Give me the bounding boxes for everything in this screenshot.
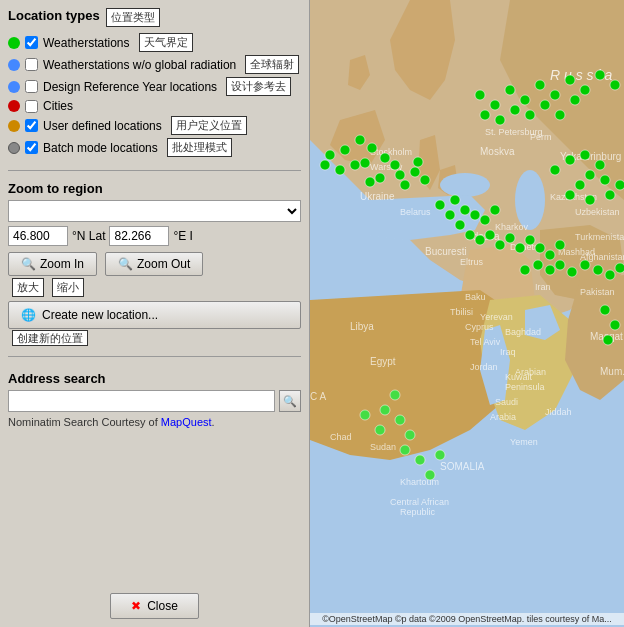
zoom-region-select[interactable] — [8, 200, 301, 222]
svg-point-97 — [555, 110, 565, 120]
create-label: Create new location... — [42, 308, 158, 322]
close-button[interactable]: ✖ Close — [110, 593, 199, 619]
checkbox-weatherstations[interactable] — [25, 36, 38, 49]
zoom-button-row: 🔍 Zoom In 🔍 Zoom Out — [8, 252, 301, 276]
svg-point-139 — [395, 415, 405, 425]
svg-point-83 — [490, 100, 500, 110]
label-weatherstations-no-rad: Weatherstations w/o global radiation — [43, 58, 236, 72]
dot-weatherstations-no-rad — [8, 59, 20, 71]
create-location-button[interactable]: 🌐 Create new location... — [8, 301, 301, 329]
svg-point-69 — [395, 170, 405, 180]
zoom-in-button[interactable]: 🔍 Zoom In — [8, 252, 97, 276]
svg-point-86 — [535, 80, 545, 90]
lon-input[interactable] — [109, 226, 169, 246]
svg-text:Baghdad: Baghdad — [505, 327, 541, 337]
svg-point-136 — [615, 263, 624, 273]
svg-text:Arabia: Arabia — [490, 412, 516, 422]
svg-point-13 — [515, 170, 545, 230]
svg-point-101 — [580, 150, 590, 160]
label-batch-mode: Batch mode locations — [43, 141, 158, 155]
lon-label: °E I — [173, 229, 192, 243]
svg-text:C A: C A — [310, 391, 326, 402]
svg-text:Yerevan: Yerevan — [480, 312, 513, 322]
svg-point-144 — [425, 470, 435, 480]
address-section: Address search 🔍 Nominatim Search Courte… — [8, 371, 301, 428]
divider-1 — [8, 170, 301, 171]
svg-point-140 — [405, 430, 415, 440]
annotation-user-defined: 用户定义位置 — [171, 116, 247, 135]
zoom-section-title: Zoom to region — [8, 181, 301, 196]
checkbox-weatherstations-no-rad[interactable] — [25, 58, 38, 71]
label-weatherstations: Weatherstations — [43, 36, 130, 50]
svg-text:Belarus: Belarus — [400, 207, 431, 217]
create-icon: 🌐 — [21, 308, 36, 322]
svg-point-134 — [593, 265, 603, 275]
zoom-out-icon: 🔍 — [118, 257, 133, 271]
dot-design-ref — [8, 81, 20, 93]
svg-point-71 — [400, 180, 410, 190]
svg-point-149 — [603, 335, 613, 345]
svg-point-94 — [510, 105, 520, 115]
annotation-weatherstations-no-rad: 全球辐射 — [245, 55, 299, 74]
svg-point-80 — [325, 150, 335, 160]
svg-point-92 — [480, 110, 490, 120]
svg-point-108 — [605, 190, 615, 200]
mapquest-link[interactable]: MapQuest — [161, 416, 212, 428]
dot-user-defined — [8, 120, 20, 132]
checkbox-batch-mode[interactable] — [25, 141, 38, 154]
svg-text:Peninsula: Peninsula — [505, 382, 545, 392]
dot-cities — [8, 100, 20, 112]
location-types-section: Location types 位置类型 Weatherstations 天气界定… — [8, 8, 301, 160]
svg-text:Bucuresti: Bucuresti — [425, 246, 467, 257]
lat-input[interactable] — [8, 226, 68, 246]
address-search-button[interactable]: 🔍 — [279, 390, 301, 412]
svg-point-115 — [490, 205, 500, 215]
address-input[interactable] — [8, 390, 275, 412]
address-search-icon: 🔍 — [283, 395, 297, 408]
svg-text:Uzbekistan: Uzbekistan — [575, 207, 620, 217]
svg-text:Tbilisi: Tbilisi — [450, 307, 473, 317]
svg-point-137 — [390, 390, 400, 400]
svg-point-104 — [600, 175, 610, 185]
svg-text:Moskva: Moskva — [480, 146, 515, 157]
address-section-title: Address search — [8, 371, 301, 386]
label-design-ref: Design Reference Year locations — [43, 80, 217, 94]
label-cities: Cities — [43, 99, 73, 113]
svg-point-132 — [567, 267, 577, 277]
address-search-row: 🔍 — [8, 390, 301, 412]
svg-text:Turkmenistan: Turkmenistan — [575, 232, 624, 242]
location-types-annotation: 位置类型 — [106, 8, 160, 27]
zoom-out-button[interactable]: 🔍 Zoom Out — [105, 252, 203, 276]
svg-point-127 — [555, 240, 565, 250]
svg-point-118 — [465, 230, 475, 240]
left-panel: Location types 位置类型 Weatherstations 天气界定… — [0, 0, 310, 627]
svg-text:Egypt: Egypt — [370, 356, 396, 367]
svg-point-147 — [600, 305, 610, 315]
svg-point-125 — [535, 243, 545, 253]
svg-point-70 — [375, 173, 385, 183]
svg-point-107 — [585, 195, 595, 205]
svg-point-146 — [360, 410, 370, 420]
map-panel[interactable]: R u s s i a Ukraine Belarus Odessa Khark… — [310, 0, 624, 627]
zoom-section: Zoom to region °N Lat °E I 🔍 Zoom In 🔍 Z… — [8, 181, 301, 346]
svg-point-14 — [440, 173, 490, 197]
svg-point-67 — [360, 158, 370, 168]
close-row: ✖ Close — [8, 585, 301, 619]
svg-point-82 — [475, 90, 485, 100]
checkbox-design-ref[interactable] — [25, 80, 38, 93]
zoom-in-label: Zoom In — [40, 257, 84, 271]
location-row-weatherstations: Weatherstations 天气界定 — [8, 33, 301, 52]
zoom-annotation-row: 放大 缩小 — [8, 278, 301, 297]
annotation-weatherstations: 天气界定 — [139, 33, 193, 52]
svg-point-76 — [355, 135, 365, 145]
svg-point-138 — [380, 405, 390, 415]
svg-point-103 — [585, 170, 595, 180]
svg-point-122 — [505, 233, 515, 243]
checkbox-user-defined[interactable] — [25, 119, 38, 132]
svg-point-123 — [515, 243, 525, 253]
svg-point-99 — [550, 165, 560, 175]
svg-point-128 — [520, 265, 530, 275]
checkbox-cities[interactable] — [25, 100, 38, 113]
svg-point-66 — [380, 153, 390, 163]
svg-point-111 — [450, 195, 460, 205]
